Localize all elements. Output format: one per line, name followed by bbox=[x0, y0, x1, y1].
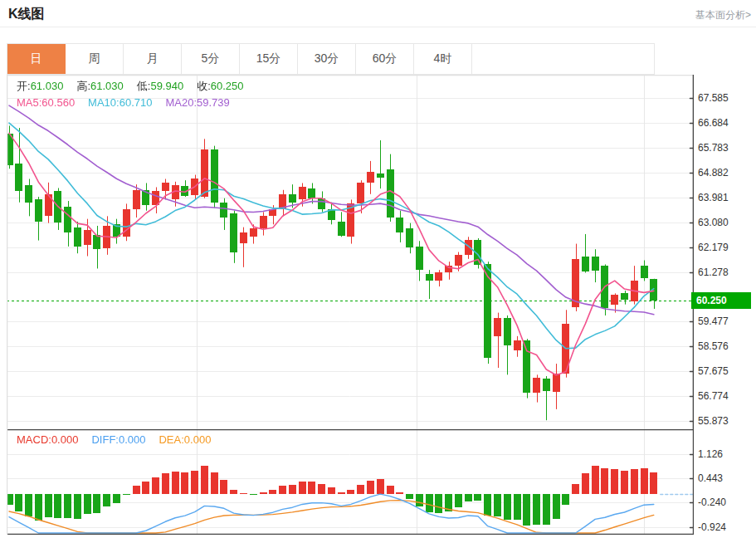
legend-value: 0.000 bbox=[119, 433, 146, 446]
legend-value: 59.739 bbox=[197, 96, 230, 109]
tab-month[interactable]: 月 bbox=[124, 44, 182, 74]
price-axis-label: 66.684 bbox=[698, 118, 749, 128]
fundamental-analysis-link[interactable]: 基本面分析> bbox=[695, 8, 751, 22]
macd-axis-label: -0.924 bbox=[698, 522, 749, 532]
ma-legend: MA5:60.560MA10:60.710MA20:59.739 bbox=[17, 96, 243, 109]
price-axis-label: 64.882 bbox=[698, 168, 749, 178]
macd-legend: MACD:0.000DIFF:0.000DEA:0.000 bbox=[17, 433, 224, 446]
legend-item: DEA:0.000 bbox=[159, 433, 211, 446]
tab-30min[interactable]: 30分 bbox=[298, 44, 356, 74]
legend-label: DEA: bbox=[159, 433, 183, 446]
price-axis-label: 63.080 bbox=[698, 218, 749, 227]
legend-label: 收: bbox=[197, 80, 211, 92]
page-title: K线图 bbox=[8, 6, 45, 23]
legend-value: 0.000 bbox=[184, 433, 212, 446]
tab-week[interactable]: 周 bbox=[66, 44, 124, 74]
price-axis-label: 67.585 bbox=[698, 93, 749, 103]
legend-label: 高: bbox=[76, 80, 90, 92]
legend-item: MA10:60.710 bbox=[88, 96, 152, 109]
ohlc-legend: 开:61.030高:61.030低:59.940收:60.250 bbox=[17, 79, 257, 94]
legend-value: 60.710 bbox=[119, 96, 153, 109]
legend-value: 61.030 bbox=[90, 80, 124, 92]
tabbar-spacer bbox=[472, 44, 654, 74]
legend-item: MA20:59.739 bbox=[165, 96, 229, 109]
legend-value: 59.940 bbox=[150, 80, 183, 92]
price-axis-label: 58.576 bbox=[698, 341, 749, 351]
macd-axis-label: 1.126 bbox=[698, 449, 749, 459]
legend-item: 开:61.030 bbox=[17, 80, 63, 92]
header-divider bbox=[0, 27, 756, 27]
tab-5min[interactable]: 5分 bbox=[182, 44, 240, 74]
legend-value: 60.560 bbox=[41, 96, 75, 109]
period-tabbar: 日周月5分15分30分60分4时 bbox=[7, 43, 655, 75]
legend-item: MACD:0.000 bbox=[17, 433, 78, 446]
macd-axis-label: -0.240 bbox=[698, 497, 749, 507]
candlestick-chart-canvas[interactable] bbox=[7, 75, 694, 429]
legend-label: MA10: bbox=[88, 96, 119, 109]
macd-axis-label: 0.443 bbox=[698, 473, 749, 483]
legend-value: 61.030 bbox=[31, 80, 64, 92]
legend-item: 高:61.030 bbox=[76, 80, 123, 92]
tab-15min[interactable]: 15分 bbox=[240, 44, 298, 74]
legend-label: 低: bbox=[137, 80, 151, 92]
kline-page: K线图 基本面分析> 日周月5分15分30分60分4时 67.58566.684… bbox=[0, 0, 756, 538]
tab-day[interactable]: 日 bbox=[7, 44, 66, 74]
price-axis-label: 65.783 bbox=[698, 143, 749, 153]
legend-item: 低:59.940 bbox=[137, 80, 183, 92]
legend-label: MA20: bbox=[165, 96, 197, 109]
price-axis-label: 56.774 bbox=[698, 391, 749, 401]
price-axis-label: 62.179 bbox=[698, 242, 749, 252]
price-axis-label: 61.278 bbox=[698, 267, 749, 277]
price-axis-label: 55.873 bbox=[698, 416, 749, 426]
legend-label: MA5: bbox=[17, 96, 41, 109]
legend-item: DIFF:0.000 bbox=[91, 433, 145, 446]
price-axis-label: 59.477 bbox=[698, 316, 749, 326]
legend-item: MA5:60.560 bbox=[17, 96, 75, 109]
legend-item: 收:60.250 bbox=[197, 80, 243, 92]
price-axis-label: 57.675 bbox=[698, 366, 749, 376]
legend-value: 60.250 bbox=[211, 80, 244, 92]
legend-value: 0.000 bbox=[51, 433, 79, 446]
current-price-tag: 60.250 bbox=[691, 292, 751, 309]
legend-label: 开: bbox=[17, 80, 31, 92]
legend-label: MACD: bbox=[17, 433, 51, 446]
tab-60min[interactable]: 60分 bbox=[356, 44, 414, 74]
tab-4hour[interactable]: 4时 bbox=[414, 44, 472, 74]
price-axis-label: 63.981 bbox=[698, 193, 749, 203]
legend-label: DIFF: bbox=[91, 433, 119, 446]
